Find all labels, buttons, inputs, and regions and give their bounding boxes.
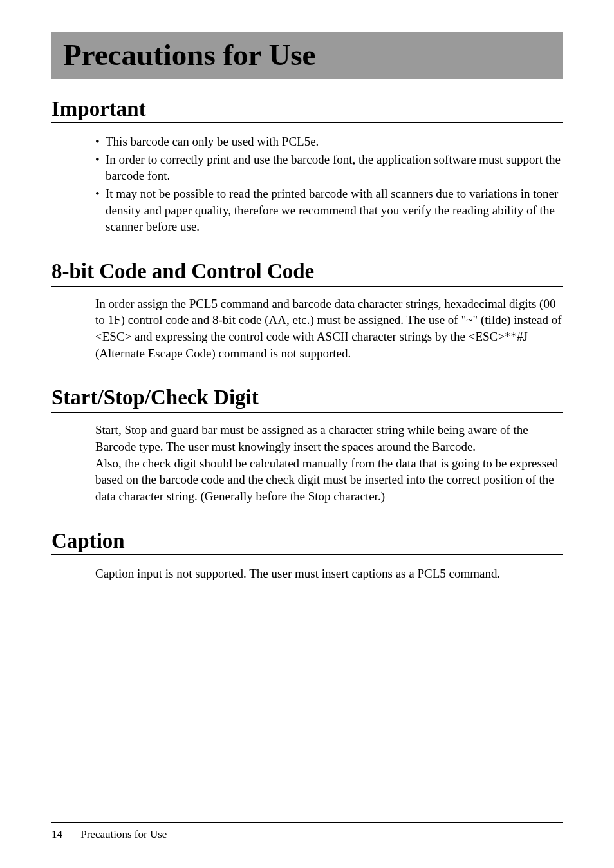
page-container: Precautions for Use Important This barco… (0, 0, 614, 868)
body-caption: Caption input is not supported. The user… (51, 559, 563, 582)
body-important: This barcode can only be used with PCL5e… (51, 127, 563, 235)
paragraph-text: In order assign the PCL5 command and bar… (95, 297, 562, 360)
footer-section-name: Precautions for Use (80, 828, 167, 840)
heading-startstop: Start/Stop/Check Digit (51, 386, 563, 413)
title-banner: Precautions for Use (51, 32, 563, 79)
heading-caption: Caption (51, 529, 563, 556)
page-footer: 14 Precautions for Use (51, 822, 563, 841)
bullet-list-important: This barcode can only be used with PCL5e… (95, 133, 563, 235)
paragraph-text: Start, Stop and guard bar must be assign… (95, 423, 558, 503)
heading-important: Important (51, 97, 563, 124)
heading-8bit: 8-bit Code and Control Code (51, 259, 563, 287)
footer-page-number: 14 (51, 828, 62, 841)
page-title: Precautions for Use (63, 37, 551, 72)
body-startstop: Start, Stop and guard bar must be assign… (51, 415, 563, 504)
bullet-item: In order to correctly print and use the … (95, 151, 563, 184)
bullet-item: This barcode can only be used with PCL5e… (95, 133, 563, 150)
bullet-item: It may not be possible to read the print… (95, 185, 563, 235)
body-8bit: In order assign the PCL5 command and bar… (51, 289, 563, 362)
paragraph-text: Caption input is not supported. The user… (95, 567, 500, 580)
